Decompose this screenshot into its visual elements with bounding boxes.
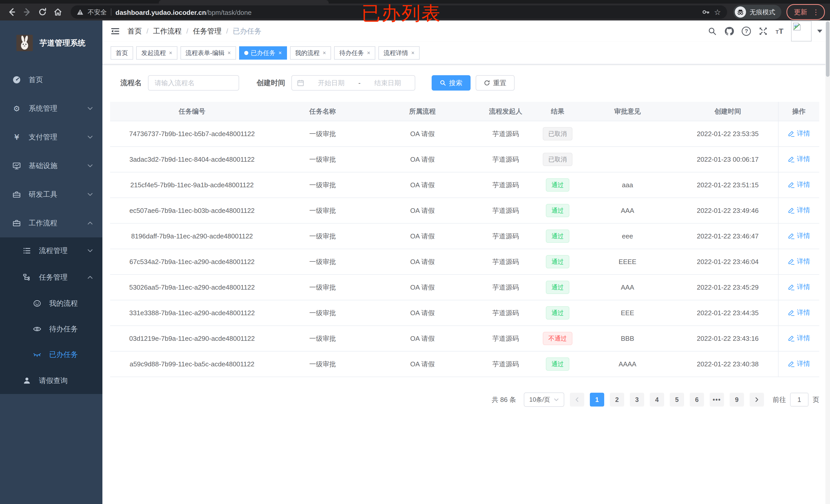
search-button[interactable]: 搜索: [432, 75, 471, 91]
page-button-2[interactable]: 2: [610, 393, 624, 406]
breadcrumb-item-workflow[interactable]: 工作流程: [153, 26, 182, 36]
page-size-select[interactable]: 10条/页: [524, 393, 564, 407]
sidebar-item-task-mgmt[interactable]: 任务管理: [0, 264, 102, 291]
bookmark-star-icon[interactable]: ☆: [714, 8, 721, 16]
page-scrollbar[interactable]: [825, 21, 830, 504]
page-button-9[interactable]: 9: [730, 393, 744, 406]
close-icon[interactable]: ×: [323, 49, 326, 56]
flow-tree-icon: [23, 273, 31, 282]
url-path[interactable]: /bpm/task/done: [206, 9, 252, 16]
reset-button[interactable]: 重置: [476, 75, 515, 91]
more-pages-button[interactable]: •••: [710, 393, 724, 406]
prev-page-button[interactable]: [570, 393, 584, 406]
detail-link[interactable]: 详情: [788, 257, 810, 266]
sidebar-item-leave-query[interactable]: 请假查询: [0, 367, 102, 394]
sidebar-item-label: 系统管理: [29, 104, 79, 113]
cell-comment: aaa: [578, 172, 677, 198]
sidebar-item-label: 已办任务: [49, 350, 93, 360]
help-icon[interactable]: ?: [742, 27, 751, 36]
breadcrumb-item-home[interactable]: 首页: [127, 26, 142, 36]
back-icon[interactable]: [5, 5, 19, 19]
breadcrumb-item-task-mgmt[interactable]: 任务管理: [193, 26, 222, 36]
detail-link[interactable]: 详情: [788, 231, 810, 240]
key-icon[interactable]: [702, 8, 710, 16]
cell-create-time: 2022-01-22 23:45:29: [677, 274, 778, 300]
cell-comment: EEE: [578, 300, 677, 326]
close-icon[interactable]: ×: [169, 49, 172, 56]
browser-active-tab[interactable]: [159, 0, 329, 4]
goto-page-input[interactable]: [790, 393, 808, 406]
detail-link[interactable]: 详情: [788, 308, 810, 317]
url-host[interactable]: dashboard.yudao.iocoder.cn: [116, 9, 206, 16]
tab-start-process[interactable]: 发起流程×: [136, 46, 178, 60]
home-icon[interactable]: [51, 5, 65, 19]
sidebar-item-process-mgmt[interactable]: 流程管理: [0, 237, 102, 264]
tab-my-process[interactable]: 我的流程×: [290, 46, 331, 60]
tab-process-form-edit[interactable]: 流程表单-编辑×: [181, 46, 236, 60]
fullscreen-icon[interactable]: [759, 27, 768, 36]
page-button-4[interactable]: 4: [650, 393, 664, 406]
cell-task-name: 一级审批: [274, 300, 371, 326]
detail-link[interactable]: 详情: [788, 180, 810, 189]
column-header-create-time: 创建时间: [677, 102, 778, 121]
cell-create-time: 2022-01-22 23:40:38: [677, 351, 778, 377]
sidebar-item-my-process[interactable]: 我的流程: [0, 291, 102, 316]
sidebar-item-dev-tools[interactable]: 研发工具: [0, 180, 102, 209]
detail-link[interactable]: 详情: [788, 359, 810, 368]
sidebar-item-system[interactable]: ⚙ 系统管理: [0, 94, 102, 123]
start-date-placeholder[interactable]: 开始日期: [309, 78, 353, 88]
browser-menu-icon[interactable]: ⋮: [812, 8, 820, 16]
sidebar-item-home[interactable]: 首页: [0, 66, 102, 94]
status-badge: 通过: [546, 255, 569, 268]
process-name-input[interactable]: [148, 75, 239, 91]
font-size-icon[interactable]: TT: [775, 27, 784, 36]
tab-todo-tasks[interactable]: 待办任务×: [334, 46, 375, 60]
sidebar-logo-row[interactable]: 芋道管理系统: [0, 21, 102, 66]
security-label[interactable]: 不安全: [88, 8, 107, 16]
update-label[interactable]: 更新: [794, 8, 807, 16]
close-icon[interactable]: ×: [279, 49, 282, 56]
tags-view: 首页 发起流程× 流程表单-编辑× 已办任务× 我的流程× 待办任务× 流程详情…: [102, 42, 830, 64]
browser-update-button[interactable]: 更新 ⋮: [787, 4, 825, 20]
detail-link[interactable]: 详情: [788, 334, 810, 343]
avatar[interactable]: [791, 21, 811, 41]
close-icon[interactable]: ×: [367, 49, 370, 56]
search-icon[interactable]: [708, 27, 716, 36]
page-button-3[interactable]: 3: [630, 393, 644, 406]
cell-process: OA 请假: [371, 249, 474, 274]
date-range-picker[interactable]: 开始日期 - 结束日期: [291, 75, 415, 91]
next-page-button[interactable]: [749, 393, 764, 406]
cell-starter: 芋道源码: [474, 300, 538, 326]
scrollbar-thumb[interactable]: [826, 22, 829, 77]
sidebar-item-todo-tasks[interactable]: 待办任务: [0, 316, 102, 342]
sidebar-collapse-icon[interactable]: [110, 26, 120, 36]
sidebar-item-payment[interactable]: ￥ 支付管理: [0, 123, 102, 152]
reload-icon[interactable]: [36, 5, 49, 19]
page-button-5[interactable]: 5: [670, 393, 684, 406]
cell-task-id: ec507ae6-7b9a-11ec-b03b-acde48001122: [110, 198, 274, 223]
forward-icon[interactable]: [21, 5, 34, 19]
cell-task-id: 215cf4e5-7b9b-11ec-9a1b-acde48001122: [110, 172, 274, 198]
status-badge: 通过: [546, 204, 569, 217]
page-button-1[interactable]: 1: [590, 393, 604, 406]
tab-process-detail[interactable]: 流程详情×: [378, 46, 420, 60]
sidebar-item-label: 基础设施: [29, 161, 79, 171]
tab-home[interactable]: 首页: [110, 46, 133, 60]
end-date-placeholder[interactable]: 结束日期: [365, 78, 410, 88]
avatar-caret-icon[interactable]: [817, 30, 822, 33]
page-button-6[interactable]: 6: [690, 393, 704, 406]
cell-starter: 芋道源码: [474, 121, 538, 146]
github-icon[interactable]: [724, 26, 734, 36]
detail-link[interactable]: 详情: [788, 129, 810, 138]
sidebar-item-workflow[interactable]: 工作流程: [0, 209, 102, 237]
detail-link[interactable]: 详情: [788, 206, 810, 215]
calendar-icon: [297, 79, 304, 87]
detail-link[interactable]: 详情: [788, 282, 810, 292]
sidebar-item-infrastructure[interactable]: 基础设施: [0, 152, 102, 180]
close-icon[interactable]: ×: [411, 49, 414, 56]
detail-link[interactable]: 详情: [788, 155, 810, 164]
close-icon[interactable]: ×: [228, 49, 231, 56]
sidebar-item-done-tasks[interactable]: 已办任务: [0, 342, 102, 367]
cell-starter: 芋道源码: [474, 351, 538, 377]
tab-done-tasks[interactable]: 已办任务×: [239, 46, 287, 60]
